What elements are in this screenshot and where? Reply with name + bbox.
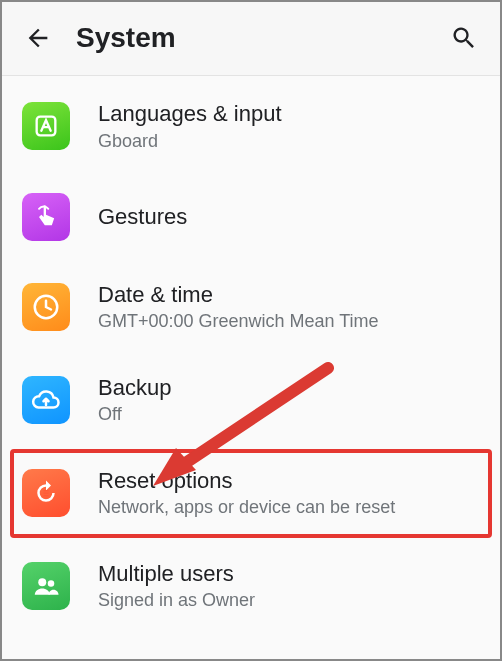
back-button[interactable] bbox=[18, 18, 58, 58]
gestures-icon bbox=[22, 193, 70, 241]
item-reset-options[interactable]: Reset options Network, apps or device ca… bbox=[0, 447, 502, 540]
search-icon bbox=[450, 24, 478, 52]
item-subtitle: GMT+00:00 Greenwich Mean Time bbox=[98, 310, 379, 333]
item-title: Gestures bbox=[98, 203, 187, 231]
cloud-backup-icon bbox=[22, 376, 70, 424]
item-title: Backup bbox=[98, 374, 171, 402]
item-multiple-users[interactable]: Multiple users Signed in as Owner bbox=[0, 540, 502, 633]
users-icon bbox=[22, 562, 70, 610]
item-title: Reset options bbox=[98, 467, 395, 495]
clock-icon bbox=[22, 283, 70, 331]
item-date-time[interactable]: Date & time GMT+00:00 Greenwich Mean Tim… bbox=[0, 261, 502, 354]
item-subtitle: Off bbox=[98, 403, 171, 426]
app-header: System bbox=[0, 0, 502, 76]
svg-point-2 bbox=[38, 578, 46, 586]
search-button[interactable] bbox=[444, 18, 484, 58]
item-subtitle: Network, apps or device can be reset bbox=[98, 496, 395, 519]
item-backup[interactable]: Backup Off bbox=[0, 354, 502, 447]
back-arrow-icon bbox=[24, 24, 52, 52]
languages-icon bbox=[22, 102, 70, 150]
item-title: Date & time bbox=[98, 281, 379, 309]
item-title: Multiple users bbox=[98, 560, 255, 588]
settings-list: Languages & input Gboard Gestures Date &… bbox=[0, 76, 502, 636]
item-subtitle: Gboard bbox=[98, 130, 282, 153]
item-languages-input[interactable]: Languages & input Gboard bbox=[0, 80, 502, 173]
page-title: System bbox=[76, 22, 444, 54]
item-gestures[interactable]: Gestures bbox=[0, 173, 502, 261]
reset-icon bbox=[22, 469, 70, 517]
item-title: Languages & input bbox=[98, 100, 282, 128]
item-subtitle: Signed in as Owner bbox=[98, 589, 255, 612]
svg-point-3 bbox=[48, 580, 55, 587]
